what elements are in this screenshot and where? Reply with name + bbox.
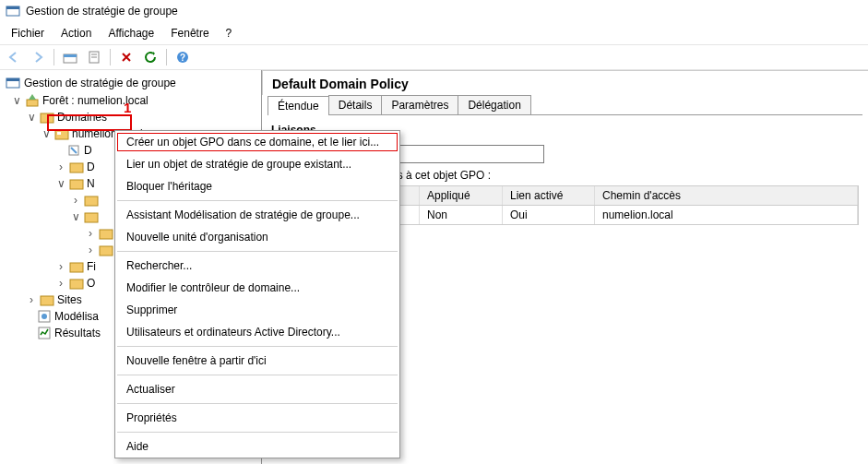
ctx-change-dc[interactable]: Modifier le contrôleur de domaine... — [115, 277, 399, 299]
ctx-properties[interactable]: Propriétés — [115, 407, 399, 429]
ctx-modeling-wizard[interactable]: Assistant Modélisation de stratégie de g… — [115, 204, 399, 226]
grid-cell: numelion.local — [595, 206, 858, 224]
tab-settings[interactable]: Paramètres — [381, 95, 458, 114]
props-button[interactable] — [84, 47, 104, 67]
ou-icon — [69, 160, 84, 174]
ou-icon — [99, 243, 113, 257]
ou-icon — [84, 209, 99, 224]
ctx-separator — [117, 346, 398, 347]
svg-rect-18 — [85, 196, 98, 206]
menu-file[interactable]: Fichier — [4, 24, 52, 42]
ctx-search[interactable]: Rechercher... — [115, 255, 399, 277]
refresh-button[interactable] — [140, 47, 161, 67]
expander-icon[interactable]: ∨ — [70, 210, 81, 223]
tab-delegation[interactable]: Délégation — [458, 95, 530, 114]
tree-modeling-label[interactable]: Modélisa — [54, 310, 99, 323]
menubar: Fichier Action Affichage Fenêtre ? — [0, 22, 868, 44]
tree-forest-label[interactable]: Forêt : numelion.local — [42, 94, 149, 107]
tree-results-label[interactable]: Résultats — [54, 327, 101, 339]
page-title: Default Domain Policy — [262, 70, 868, 95]
tree-node-label[interactable]: N — [87, 177, 95, 190]
results-icon — [37, 326, 52, 340]
menu-window[interactable]: Fenêtre — [163, 24, 216, 42]
menu-view[interactable]: Affichage — [101, 24, 161, 42]
domain-icon — [54, 126, 69, 141]
expander-icon[interactable]: ∨ — [26, 111, 37, 124]
svg-rect-16 — [70, 163, 83, 173]
ctx-separator — [117, 375, 398, 375]
grid-header-path[interactable]: Chemin d'accès — [595, 186, 858, 205]
ctx-block-inheritance[interactable]: Bloquer l'héritage — [115, 175, 399, 197]
expander-icon[interactable]: › — [55, 161, 66, 173]
up-button[interactable] — [60, 47, 80, 67]
svg-rect-1 — [6, 6, 19, 9]
ctx-new-ou[interactable]: Nouvelle unité d'organisation — [115, 226, 399, 248]
toolbar-sep — [166, 49, 167, 65]
folder-icon — [69, 259, 84, 274]
modeling-icon — [37, 309, 52, 324]
tab-details[interactable]: Détails — [328, 95, 383, 114]
ctx-help[interactable]: Aide — [115, 435, 399, 458]
menu-help[interactable]: ? — [219, 24, 240, 42]
tab-strip: Étendue Détails Paramètres Délégation — [268, 95, 862, 115]
ctx-delete[interactable]: Supprimer — [115, 299, 399, 321]
sites-icon — [40, 292, 54, 307]
expander-icon[interactable]: › — [55, 260, 66, 273]
svg-rect-10 — [6, 78, 19, 81]
ctx-new-window[interactable]: Nouvelle fenêtre à partir d'ici — [115, 350, 399, 372]
tree-node-label[interactable]: D — [87, 161, 95, 173]
grid-cell: Oui — [503, 206, 595, 224]
expander-icon[interactable]: › — [70, 194, 81, 207]
svg-rect-20 — [100, 230, 113, 239]
svg-rect-3 — [64, 54, 77, 57]
expander-icon[interactable]: ∨ — [41, 127, 52, 140]
forward-button[interactable] — [28, 47, 48, 67]
grid-header-linkenabled[interactable]: Lien activé — [503, 186, 595, 205]
app-icon — [6, 4, 20, 18]
ctx-create-gpo[interactable]: Créer un objet GPO dans ce domaine, et l… — [115, 131, 399, 153]
expander-icon[interactable]: › — [26, 293, 37, 306]
help-button[interactable]: ? — [172, 47, 193, 67]
svg-rect-21 — [100, 246, 113, 256]
tree-node-label[interactable]: Fi — [87, 260, 96, 273]
grid-header-enforced[interactable]: Appliqué — [420, 186, 503, 205]
tree-node-label[interactable]: O — [87, 277, 95, 290]
folder-icon — [69, 276, 84, 291]
ctx-separator — [117, 251, 398, 252]
gpo-link-icon — [66, 143, 81, 158]
context-menu: Créer un objet GPO dans ce domaine, et l… — [114, 130, 400, 458]
menu-action[interactable]: Action — [54, 24, 99, 42]
svg-rect-14 — [57, 132, 61, 135]
ctx-refresh[interactable]: Actualiser — [115, 378, 399, 400]
expander-icon[interactable]: ∨ — [55, 177, 66, 190]
svg-rect-17 — [70, 180, 83, 189]
ctx-separator — [117, 432, 398, 433]
tab-scope[interactable]: Étendue — [268, 96, 329, 115]
forest-icon — [25, 93, 40, 108]
svg-rect-11 — [27, 100, 38, 106]
svg-point-26 — [42, 314, 47, 319]
expander-icon[interactable]: › — [85, 244, 96, 256]
tree-node-label[interactable]: D — [84, 144, 92, 157]
expander-icon[interactable]: ∨ — [11, 94, 22, 107]
svg-text:?: ? — [180, 53, 185, 63]
tree-domains-label[interactable]: Domaines — [57, 111, 107, 124]
toolbar-sep — [54, 49, 54, 65]
window-title: Gestion de stratégie de groupe — [26, 5, 178, 18]
ctx-separator — [117, 403, 398, 404]
gpmc-icon — [6, 76, 20, 90]
ctx-aduc[interactable]: Utilisateurs et ordinateurs Active Direc… — [115, 321, 399, 343]
tree-root-label[interactable]: Gestion de stratégie de groupe — [24, 77, 176, 89]
back-button[interactable] — [4, 47, 24, 67]
ctx-link-gpo[interactable]: Lier un objet de stratégie de groupe exi… — [115, 153, 399, 175]
delete-button[interactable] — [116, 47, 137, 67]
expander-icon[interactable]: › — [85, 227, 96, 240]
expander-icon[interactable]: › — [55, 277, 66, 290]
grid-cell: Non — [420, 206, 503, 224]
ou-icon — [69, 176, 84, 191]
svg-rect-23 — [70, 280, 83, 289]
tree-sites-label[interactable]: Sites — [57, 293, 82, 306]
toolbar-sep — [110, 49, 111, 65]
domains-icon — [40, 110, 54, 125]
ou-icon — [99, 226, 113, 241]
